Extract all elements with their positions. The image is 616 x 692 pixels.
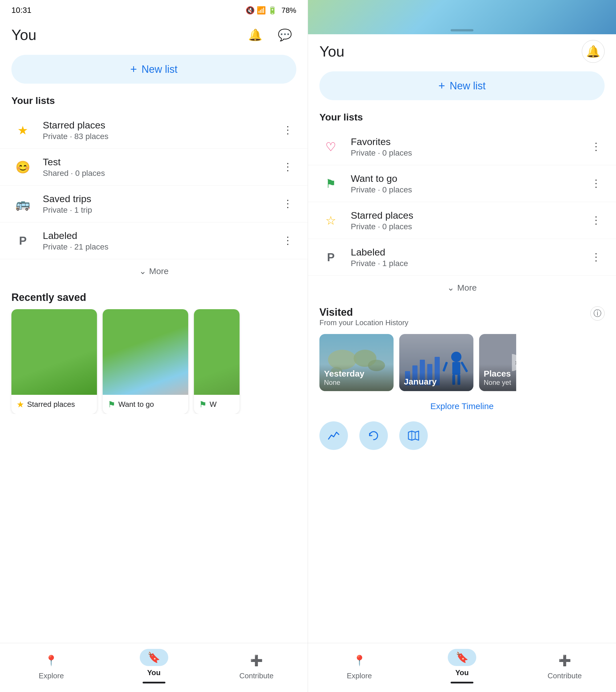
right-starred-more-button[interactable]: ⋮ (588, 212, 604, 229)
right-header-icons: 🔔 (582, 40, 604, 63)
map-handle (450, 29, 474, 32)
card-starred[interactable]: ★ Starred places (12, 309, 97, 414)
visited-section-header: Visited From your Location History ⓘ (308, 299, 616, 330)
list-item-labeled[interactable]: P Labeled Private · 21 places ⋮ (0, 223, 308, 259)
more-button[interactable]: ⌄ More (0, 259, 308, 283)
favorites-info: Favorites Private · 0 places (351, 136, 588, 158)
visited-card-places[interactable]: Places None yet › (479, 334, 516, 391)
right-list-item-starred[interactable]: ☆ Starred places Private · 0 places ⋮ (308, 202, 616, 239)
starred-name: Starred places (43, 120, 279, 131)
right-want-to-go-icon: ⚑ (320, 172, 342, 195)
svg-marker-21 (409, 431, 419, 440)
visited-card-january[interactable]: January (399, 334, 474, 391)
list-item-starred[interactable]: ★ Starred places Private · 83 places ⋮ (0, 112, 308, 149)
right-want-to-go-info: Want to go Private · 0 places (351, 173, 588, 194)
mini-icon-map[interactable] (399, 421, 428, 450)
right-nav-explore[interactable]: 📍 Explore (308, 652, 411, 680)
left-page-title: You (12, 26, 37, 43)
right-contribute-label: Contribute (548, 671, 582, 680)
right-want-to-go-name: Want to go (351, 173, 588, 184)
mini-icon-refresh[interactable] (359, 421, 388, 450)
right-nav-you[interactable]: 🔖 You (411, 649, 513, 684)
card-want-to-go-text: Want to go (118, 400, 154, 409)
card-third-image (194, 309, 240, 395)
card-third-label: ⚑ W (194, 395, 240, 414)
right-starred-icon: ☆ (320, 209, 342, 232)
card-star-icon: ★ (17, 399, 24, 410)
mini-icon-trend[interactable] (320, 421, 348, 450)
right-starred-info: Starred places Private · 0 places (351, 210, 588, 231)
visited-card-january-title: January (404, 377, 469, 386)
card-want-to-go-label: ⚑ Want to go (103, 395, 188, 414)
visited-card-places-overlay: Places None yet (479, 364, 516, 391)
right-contribute-icon-wrap: ➕ (550, 652, 579, 669)
battery-percent: 78% (282, 6, 296, 15)
saved-trips-more-button[interactable]: ⋮ (279, 195, 296, 212)
new-list-label: New list (141, 63, 177, 76)
right-new-list-label: New list (450, 80, 486, 92)
notification-button[interactable]: 🔔 (244, 23, 267, 46)
labeled-sub: Private · 21 places (43, 243, 279, 252)
favorites-more-button[interactable]: ⋮ (588, 138, 604, 155)
test-name: Test (43, 156, 279, 168)
card-third[interactable]: ⚑ W (194, 309, 240, 414)
your-lists-title: Your lists (0, 92, 308, 112)
nav-contribute[interactable]: ➕ Contribute (205, 652, 308, 680)
right-nav-contribute[interactable]: ➕ Contribute (513, 652, 616, 680)
card-flag-icon: ⚑ (108, 399, 115, 410)
visited-card-yesterday-sub: None (324, 379, 389, 386)
recently-saved-cards: ★ Starred places ⚑ Want to go ⚑ W (0, 309, 308, 414)
starred-more-button[interactable]: ⋮ (279, 122, 296, 139)
right-want-to-go-more-button[interactable]: ⋮ (588, 175, 604, 192)
saved-trips-info: Saved trips Private · 1 trip (43, 193, 279, 215)
list-item-test[interactable]: 😊 Test Shared · 0 places ⋮ (0, 149, 308, 186)
status-time: 10:31 (12, 6, 31, 15)
right-starred-name: Starred places (351, 210, 588, 221)
right-contribute-icon: ➕ (558, 655, 571, 667)
right-labeled-name: Labeled (351, 247, 588, 258)
left-bottom-nav: 📍 Explore 🔖 You ➕ Contribute (0, 643, 308, 692)
plus-icon: + (130, 63, 137, 76)
saved-trips-name: Saved trips (43, 193, 279, 204)
right-notification-button[interactable]: 🔔 (582, 40, 604, 63)
right-list-item-want-to-go[interactable]: ⚑ Want to go Private · 0 places ⋮ (308, 165, 616, 202)
right-plus-icon: + (438, 79, 445, 92)
right-labeled-info: Labeled Private · 1 place (351, 247, 588, 268)
right-arrow-icon: › (512, 354, 516, 371)
mini-icons-row (308, 417, 616, 455)
right-more-button[interactable]: ⌄ More (308, 276, 616, 299)
left-panel: 10:31 🔇 📶 🔋 78% You 🔔 💬 + New list Your … (0, 0, 308, 692)
right-want-to-go-sub: Private · 0 places (351, 185, 588, 194)
left-header: You 🔔 💬 (0, 18, 308, 52)
nav-you[interactable]: 🔖 You (103, 649, 205, 684)
card-want-to-go-image (103, 309, 188, 395)
message-button[interactable]: 💬 (273, 23, 296, 46)
right-nav-active-indicator (450, 682, 474, 684)
visited-card-yesterday[interactable]: Yesterday None (320, 334, 394, 391)
right-your-lists-title: Your lists (308, 109, 616, 128)
right-list-item-favorites[interactable]: ♡ Favorites Private · 0 places ⋮ (308, 128, 616, 165)
list-item-saved-trips[interactable]: 🚌 Saved trips Private · 1 trip ⋮ (0, 186, 308, 223)
test-sub: Shared · 0 places (43, 169, 279, 178)
right-bottom-nav: 📍 Explore 🔖 You ➕ Contribute (308, 643, 616, 692)
right-explore-icon-wrap: 📍 (345, 652, 374, 669)
visited-card-yesterday-overlay: Yesterday None (320, 364, 394, 391)
explore-timeline-button[interactable]: Explore Timeline (308, 396, 616, 417)
nav-explore[interactable]: 📍 Explore (0, 652, 103, 680)
labeled-info: Labeled Private · 21 places (43, 230, 279, 252)
nav-active-indicator (142, 682, 166, 684)
card-want-to-go[interactable]: ⚑ Want to go (103, 309, 188, 414)
right-new-list-button[interactable]: + New list (320, 71, 604, 100)
new-list-button[interactable]: + New list (12, 55, 296, 84)
explore-label: Explore (39, 671, 64, 680)
visited-card-january-overlay: January (399, 372, 474, 391)
right-labeled-more-button[interactable]: ⋮ (588, 249, 604, 266)
visited-info-button[interactable]: ⓘ (590, 306, 604, 320)
right-labeled-icon: P (320, 246, 342, 269)
status-bar: 10:31 🔇 📶 🔋 78% (0, 0, 308, 18)
test-more-button[interactable]: ⋮ (279, 159, 296, 175)
labeled-more-button[interactable]: ⋮ (279, 232, 296, 249)
explore-timeline-label: Explore Timeline (430, 401, 494, 411)
contribute-icon: ➕ (250, 655, 263, 667)
right-list-item-labeled[interactable]: P Labeled Private · 1 place ⋮ (308, 239, 616, 276)
